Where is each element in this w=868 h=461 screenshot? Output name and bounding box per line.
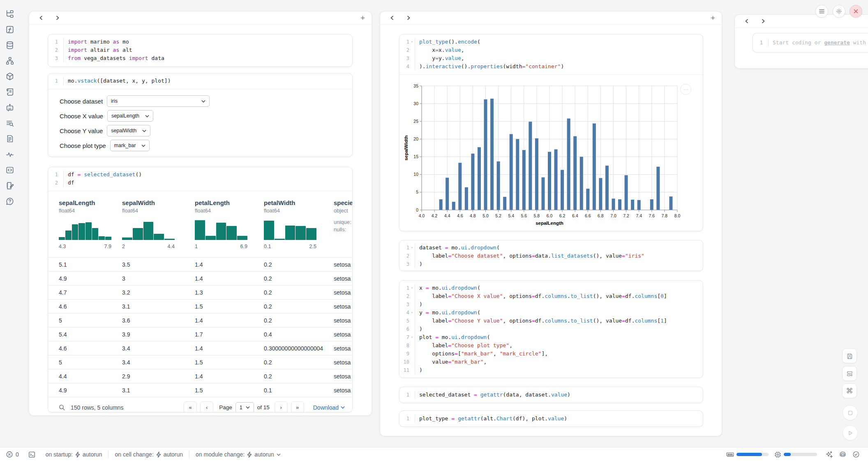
cell-empty[interactable]: 1 Start coding or generate with AI	[753, 33, 868, 53]
cell-plot-type[interactable]: 1plot_type = getattr(alt.Chart(df), plot…	[399, 410, 703, 427]
help-icon[interactable]	[5, 196, 15, 206]
svg-text:5.4: 5.4	[508, 213, 514, 218]
expand-right-icon[interactable]	[52, 14, 63, 23]
column-header[interactable]: speciesobjectunique:nulls:	[334, 199, 352, 257]
copilot-button[interactable]	[839, 451, 847, 459]
svg-text:7.4: 7.4	[636, 213, 642, 218]
table-header-row: sepalLengthfloat644.37.9sepalWidthfloat6…	[48, 191, 352, 257]
table-cell: 1.3	[195, 289, 264, 296]
dropdown-select[interactable]: iris	[107, 95, 210, 107]
svg-text:5.0: 5.0	[482, 213, 489, 218]
control-label: Choose Y value	[60, 127, 103, 134]
collapse-left-icon[interactable]	[36, 14, 46, 23]
layout-panels-button[interactable]	[842, 366, 857, 381]
expand-right-icon[interactable]	[403, 14, 414, 23]
table-cell: 5	[59, 359, 122, 366]
collapse-left-icon[interactable]	[387, 14, 397, 23]
terminal-button[interactable]	[28, 451, 36, 459]
code-editor[interactable]: 1plot_type = getattr(alt.Chart(df), plot…	[399, 411, 703, 426]
cell-dataframe[interactable]: 1df = selected_dataset()2df sepalLengthf…	[48, 167, 353, 413]
logs-icon[interactable]	[5, 118, 15, 128]
collapse-left-icon[interactable]	[741, 17, 752, 26]
connection-status-button[interactable]	[852, 451, 860, 458]
search-icon[interactable]	[58, 404, 65, 411]
tracing-icon[interactable]	[5, 150, 15, 159]
dependency-graph-icon[interactable]	[5, 56, 15, 66]
table-cell: 2.9	[122, 373, 195, 380]
svg-text:6.8: 6.8	[598, 213, 604, 218]
svg-text:6.4: 6.4	[572, 213, 578, 218]
chat-icon[interactable]	[5, 103, 15, 113]
cell-plot[interactable]: 1▾plot_type().encode(2 x=x.value,3 y=y.v…	[399, 34, 703, 231]
cell-selected-dataset[interactable]: 1selected_dataset = getattr(data, datase…	[399, 387, 703, 403]
column-header[interactable]: sepalWidthfloat6424.4	[122, 199, 195, 257]
svg-text:20: 20	[413, 136, 418, 141]
datasources-icon[interactable]	[5, 40, 15, 50]
chart-actions-button[interactable]: ⋯	[680, 84, 691, 95]
last-page-button[interactable]: »	[291, 401, 304, 413]
cell-xyplot-dropdowns[interactable]: 1▾x = mo.ui.dropdown(2 label="Choose X v…	[399, 280, 703, 378]
run-button[interactable]	[843, 425, 858, 440]
download-link[interactable]: Download	[313, 404, 345, 411]
generate-with-ai-link[interactable]: generate	[824, 39, 850, 46]
next-page-button[interactable]: ›	[275, 401, 288, 413]
code-editor[interactable]: 1mo.vstack([dataset, x, y, plot])	[48, 74, 352, 89]
command-icon: ⌘	[846, 387, 853, 395]
code-editor[interactable]: 1import marimo as mo2import altair as al…	[48, 35, 352, 66]
stop-button[interactable]	[843, 405, 858, 420]
table-cell: setosa	[334, 387, 352, 394]
settings-button[interactable]	[833, 5, 845, 18]
on-module-change-setting[interactable]: on module change: autorun	[196, 451, 281, 458]
cell-vstack[interactable]: 1mo.vstack([dataset, x, y, plot]) Choose…	[48, 73, 353, 157]
packages-icon[interactable]	[5, 71, 15, 81]
column-header[interactable]: sepalLengthfloat644.37.9	[59, 199, 122, 257]
shutdown-button[interactable]	[850, 5, 862, 18]
error-count-badge[interactable]: 0	[6, 451, 19, 458]
file-explorer-icon[interactable]	[5, 9, 15, 19]
dropdown-select[interactable]: sepalWidth	[107, 125, 150, 136]
ram-usage	[726, 452, 769, 457]
expand-right-icon[interactable]	[758, 17, 769, 26]
right-panel-header	[735, 15, 868, 28]
play-icon	[847, 430, 853, 436]
command-palette-button[interactable]: ⌘	[842, 383, 857, 398]
code-editor[interactable]: 1 Start coding or generate with AI	[753, 33, 868, 52]
table-footer: 150 rows, 5 columns « ‹ Page 1 of 15 › »…	[48, 397, 352, 413]
code-editor[interactable]: 1df = selected_dataset()2df	[48, 167, 352, 191]
notebook-edit-icon[interactable]	[5, 181, 15, 191]
on-cell-change-setting[interactable]: on cell change: autorun	[115, 451, 183, 458]
table-cell: 0.2	[264, 261, 334, 268]
cell-imports[interactable]: 1import marimo as mo2import altair as al…	[48, 34, 353, 67]
first-page-button[interactable]: «	[184, 401, 197, 413]
prev-page-button[interactable]: ‹	[200, 401, 213, 413]
dropdown-select[interactable]: sepalLength	[107, 110, 153, 122]
add-cell-button[interactable]: +	[360, 14, 365, 22]
scratchpad-code-icon[interactable]	[5, 165, 15, 175]
gear-icon	[836, 8, 842, 14]
lightning-icon	[75, 452, 80, 458]
column-header[interactable]: petalLengthfloat6416.9	[195, 199, 264, 257]
on-startup-setting[interactable]: on startup: autorun	[46, 451, 102, 458]
code-editor[interactable]: 1selected_dataset = getattr(data, datase…	[399, 387, 703, 403]
bar-chart[interactable]: 4.04.24.44.64.85.05.25.45.65.86.06.26.46…	[403, 77, 703, 229]
menu-button[interactable]	[815, 5, 828, 18]
table-cell: 0.2	[264, 303, 334, 310]
save-button[interactable]	[842, 348, 857, 363]
snippets-icon[interactable]	[5, 134, 15, 144]
ai-assist-button[interactable]	[825, 451, 833, 459]
table-cell: 3.2	[122, 289, 195, 296]
code-editor[interactable]: 1▾x = mo.ui.dropdown(2 label="Choose X v…	[399, 281, 703, 378]
column-header[interactable]: petalWidthfloat640.12.5	[264, 199, 334, 257]
code-editor[interactable]: 1▾dataset = mo.ui.dropdown(2 label="Choo…	[399, 240, 703, 271]
page-select[interactable]: 1	[235, 402, 254, 413]
table-cell: 1.5	[195, 303, 264, 310]
robot-icon	[839, 451, 847, 459]
cell-dataset-dropdown[interactable]: 1▾dataset = mo.ui.dropdown(2 label="Choo…	[399, 240, 703, 271]
dropdown-select[interactable]: mark_bar	[110, 140, 150, 151]
add-cell-button[interactable]: +	[711, 14, 715, 22]
documentation-icon[interactable]	[5, 87, 15, 97]
functions-icon[interactable]	[5, 25, 15, 35]
code-editor[interactable]: 1▾plot_type().encode(2 x=x.value,3 y=y.v…	[399, 35, 703, 74]
table-cell: 0.2	[264, 359, 334, 366]
table-cell: 5.1	[59, 261, 122, 268]
